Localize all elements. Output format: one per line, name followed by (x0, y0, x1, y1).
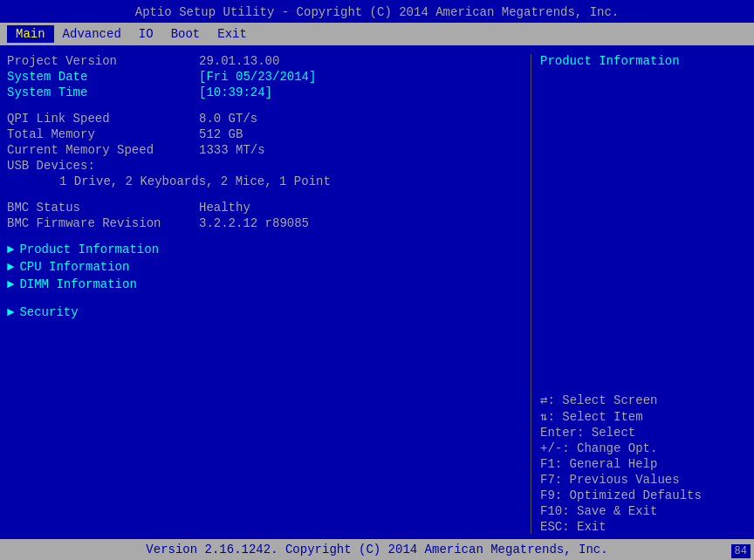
help-f1: F1: General Help (540, 457, 747, 471)
nav-group-1: ► Product Information ► CPU Information … (7, 242, 522, 295)
qpi-link-speed-label: QPI Link Speed (7, 112, 199, 126)
help-enter: Enter: Select (540, 426, 747, 440)
nav-product-information[interactable]: ► Product Information (7, 242, 522, 256)
menu-item-main[interactable]: Main (7, 25, 54, 43)
panel-title: Product Information (540, 54, 747, 68)
bmc-firmware-value: 3.2.2.12 r89085 (199, 216, 309, 230)
menu-item-boot[interactable]: Boot (162, 25, 209, 43)
help-select-screen: ⇄: Select Screen (540, 393, 747, 407)
footer-version-text: Version 2.16.1242. Copyright (C) 2014 Am… (0, 543, 754, 557)
system-date-value[interactable]: [Fri 05/23/2014] (199, 70, 316, 84)
help-section: ⇄: Select Screen ⇅: Select Item Enter: S… (540, 393, 747, 534)
project-version-label: Project Version (7, 54, 199, 68)
title-text: Aptio Setup Utility - Copyright (C) 2014… (135, 5, 620, 19)
arrow-icon: ► (7, 242, 14, 256)
current-memory-speed-value: 1333 MT/s (199, 143, 265, 157)
total-memory-value: 512 GB (199, 127, 243, 141)
project-version-row: Project Version 29.01.13.00 (7, 54, 522, 68)
menu-item-advanced[interactable]: Advanced (54, 25, 130, 43)
help-select-item: ⇅: Select Item (540, 409, 747, 424)
system-date-row: System Date [Fri 05/23/2014] (7, 70, 522, 84)
system-time-value[interactable]: [10:39:24] (199, 85, 272, 99)
nav-dimm-information[interactable]: ► DIMM Information (7, 277, 522, 291)
content-area: Project Version 29.01.13.00 System Date … (0, 45, 754, 539)
screen: Aptio Setup Utility - Copyright (C) 2014… (0, 0, 754, 560)
help-f9: F9: Optimized Defaults (540, 488, 747, 502)
current-memory-speed-label: Current Memory Speed (7, 143, 199, 157)
bmc-status-label: BMC Status (7, 201, 199, 215)
menu-item-exit[interactable]: Exit (209, 25, 256, 43)
nav-cpu-information-label: CPU Information (19, 260, 129, 274)
menu-item-io[interactable]: IO (130, 25, 162, 43)
system-time-row: System Time [10:39:24] (7, 85, 522, 99)
left-panel: Project Version 29.01.13.00 System Date … (7, 54, 531, 534)
arrow-icon: ► (7, 277, 14, 291)
bmc-status-value: Healthy (199, 201, 250, 215)
help-esc: ESC: Exit (540, 520, 747, 534)
project-version-value: 29.01.13.00 (199, 54, 279, 68)
bmc-firmware-row: BMC Firmware Revision 3.2.2.12 r89085 (7, 216, 522, 230)
qpi-link-speed-value: 8.0 GT/s (199, 112, 257, 126)
nav-dimm-information-label: DIMM Information (19, 277, 136, 291)
system-time-label: System Time (7, 85, 199, 99)
footer-badge: 84 (731, 544, 751, 558)
current-memory-speed-row: Current Memory Speed 1333 MT/s (7, 143, 522, 157)
bmc-status-row: BMC Status Healthy (7, 201, 522, 215)
nav-cpu-information[interactable]: ► CPU Information (7, 260, 522, 274)
hardware-info-section: QPI Link Speed 8.0 GT/s Total Memory 512… (7, 112, 522, 190)
menu-bar: Main Advanced IO Boot Exit (0, 23, 754, 45)
system-date-label: System Date (7, 70, 199, 84)
bmc-info-section: BMC Status Healthy BMC Firmware Revision… (7, 201, 522, 232)
total-memory-row: Total Memory 512 GB (7, 127, 522, 141)
help-f7: F7: Previous Values (540, 473, 747, 487)
total-memory-label: Total Memory (7, 127, 199, 141)
nav-product-information-label: Product Information (19, 242, 159, 256)
usb-devices-label: USB Devices: (7, 159, 199, 173)
bmc-firmware-label: BMC Firmware Revision (7, 216, 199, 230)
right-panel: Product Information ⇄: Select Screen ⇅: … (531, 54, 747, 534)
usb-devices-detail: 1 Drive, 2 Keyboards, 2 Mice, 1 Point (7, 174, 522, 188)
qpi-link-speed-row: QPI Link Speed 8.0 GT/s (7, 112, 522, 126)
help-change-opt: +/-: Change Opt. (540, 441, 747, 455)
system-info-section: Project Version 29.01.13.00 System Date … (7, 54, 522, 101)
footer: Version 2.16.1242. Copyright (C) 2014 Am… (0, 539, 754, 560)
nav-group-2: ► Security (7, 305, 522, 323)
usb-devices-row: USB Devices: (7, 159, 522, 173)
title-bar: Aptio Setup Utility - Copyright (C) 2014… (0, 0, 754, 23)
arrow-icon: ► (7, 260, 14, 274)
arrow-icon: ► (7, 305, 14, 319)
nav-security-label: Security (19, 305, 78, 319)
help-f10: F10: Save & Exit (540, 504, 747, 518)
nav-security[interactable]: ► Security (7, 305, 522, 319)
